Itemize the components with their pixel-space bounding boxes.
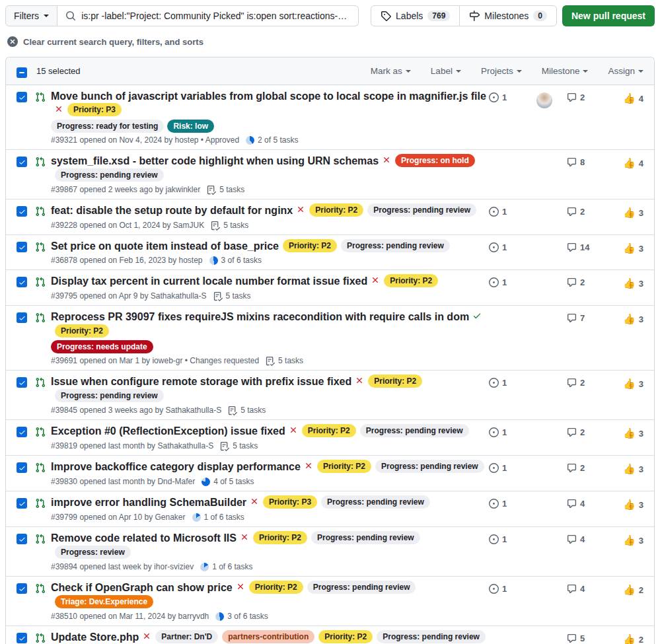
task-progress[interactable]: 5 tasks	[266, 356, 303, 366]
row-checkbox[interactable]	[17, 277, 27, 287]
comments-cell[interactable]: 7	[562, 310, 609, 323]
new-pull-request-button[interactable]: New pull request	[562, 5, 655, 26]
checks-failing-icon[interactable]	[296, 205, 305, 216]
row-checkbox[interactable]	[17, 462, 27, 473]
label-pill[interactable]: Progress: pending review	[321, 495, 430, 509]
label-pill[interactable]: Priority: P2	[55, 324, 109, 338]
linked-issues[interactable]: 1	[489, 495, 527, 509]
pr-title-link[interactable]: Reprocess PR 39097 fixes requireJS mixin…	[51, 311, 469, 322]
label-pill[interactable]: Risk: low	[167, 120, 214, 133]
label-pill[interactable]: Progress: pending review	[311, 531, 420, 544]
search-input[interactable]: is:pr -label:"Project: Community Picked"…	[57, 5, 359, 26]
label-pill[interactable]: Priority: P2	[249, 581, 303, 594]
assignee-avatar[interactable]	[536, 92, 552, 108]
linked-issues[interactable]: 1	[489, 203, 527, 217]
checks-failing-icon[interactable]	[304, 462, 313, 472]
linked-issues[interactable]: 1	[489, 89, 527, 102]
label-pill[interactable]: Progress: pending review	[55, 168, 164, 182]
label-pill[interactable]: Progress: pending review	[307, 581, 416, 594]
label-pill[interactable]: Progress: pending review	[360, 424, 469, 437]
row-checkbox[interactable]	[17, 206, 27, 217]
label-pill[interactable]: Priority: P2	[309, 203, 363, 217]
comments-cell[interactable]: 4	[562, 581, 609, 594]
row-checkbox[interactable]	[17, 377, 27, 388]
pr-title-link[interactable]: Set price on quote item instead of base_…	[51, 240, 279, 252]
label-pill[interactable]: Priority: P2	[318, 630, 373, 643]
linked-issues[interactable]: 1	[489, 531, 527, 544]
label-pill[interactable]: Progress: pending review	[367, 203, 476, 217]
label-pill[interactable]: Priority: P2	[253, 531, 307, 544]
label-pill[interactable]: Partner: Dn'D	[155, 630, 218, 643]
linked-issues[interactable]: 1	[489, 581, 527, 594]
linked-issues[interactable]: 1	[489, 460, 527, 473]
label-pill[interactable]: Progress: review	[55, 546, 131, 559]
label-pill[interactable]: Priority: P2	[317, 460, 371, 473]
checks-passing-icon[interactable]	[472, 312, 482, 322]
checks-failing-icon[interactable]	[236, 583, 245, 593]
label-pill[interactable]: Progress: pending review	[341, 239, 450, 252]
pr-title-link[interactable]: Update Store.php	[51, 631, 139, 643]
comments-cell[interactable]: 4	[562, 495, 609, 509]
task-progress[interactable]: 3 of 6 tasks	[215, 612, 268, 622]
linked-issues[interactable]: 1	[489, 424, 527, 437]
comments-cell[interactable]: 2	[562, 203, 609, 217]
select-all-checkbox[interactable]	[17, 67, 27, 78]
label-pill[interactable]: Triage: Dev.Experience	[55, 595, 153, 608]
label-pill[interactable]: Priority: P2	[302, 424, 356, 437]
milestones-button[interactable]: Milestones 0	[459, 6, 556, 26]
label-pill[interactable]: Priority: P2	[368, 375, 422, 388]
label-pill[interactable]: Priority: P2	[384, 274, 438, 287]
task-progress[interactable]: 1 of 6 tasks	[192, 513, 244, 522]
label-pill[interactable]: Priority: P2	[283, 239, 337, 252]
comments-cell[interactable]: 4	[562, 531, 609, 544]
checks-failing-icon[interactable]	[142, 632, 151, 643]
pr-title-link[interactable]: improve error handling SchemaBuilder	[51, 497, 246, 508]
comments-cell[interactable]: 2	[562, 274, 609, 287]
row-checkbox[interactable]	[17, 498, 27, 509]
task-progress[interactable]: 4 of 5 tasks	[202, 477, 254, 487]
clear-search-link[interactable]: Clear current search query, filters, and…	[7, 36, 655, 47]
comments-cell[interactable]: 8	[562, 154, 609, 167]
row-checkbox[interactable]	[17, 583, 27, 594]
linked-issues[interactable]: 1	[489, 274, 527, 287]
comments-cell[interactable]: 2	[562, 89, 609, 102]
task-progress[interactable]: 5 tasks	[220, 441, 258, 451]
filters-button[interactable]: Filters	[5, 5, 57, 26]
task-progress[interactable]: 3 of 6 tasks	[209, 256, 262, 266]
checks-failing-icon[interactable]	[240, 533, 249, 544]
pr-title-link[interactable]: system_file.xsd - better code highlight …	[51, 155, 379, 166]
comments-cell[interactable]: 5	[562, 630, 609, 643]
task-progress[interactable]: 1 of 6 tasks	[200, 562, 252, 572]
label-pill[interactable]: Progress: pending review	[55, 389, 164, 402]
row-checkbox[interactable]	[17, 312, 27, 323]
pr-title-link[interactable]: feat: disable the setup route by default…	[51, 205, 293, 216]
bulk-action-mark-as[interactable]: Mark as	[371, 66, 411, 76]
pr-title-link[interactable]: Issue when configure remote storage with…	[51, 376, 351, 387]
row-checkbox[interactable]	[17, 157, 27, 167]
pr-title-link[interactable]: Move bunch of javascript variables from …	[51, 90, 486, 102]
label-pill[interactable]: partners-contribution	[222, 630, 314, 643]
pr-title-link[interactable]: Remove code related to Microsoft IIS	[51, 532, 237, 544]
row-checkbox[interactable]	[17, 534, 27, 544]
row-checkbox[interactable]	[17, 92, 27, 102]
linked-issues[interactable]	[489, 310, 527, 313]
checks-failing-icon[interactable]	[371, 276, 380, 287]
row-checkbox[interactable]	[17, 242, 27, 252]
bulk-action-milestone[interactable]: Milestone	[542, 66, 589, 76]
comments-cell[interactable]: 2	[562, 424, 609, 437]
comments-cell[interactable]: 2	[562, 375, 609, 388]
bulk-action-projects[interactable]: Projects	[481, 66, 522, 76]
bulk-action-assign[interactable]: Assign	[608, 66, 643, 76]
task-progress[interactable]: 5 tasks	[211, 221, 248, 231]
label-pill[interactable]: Progress: ready for testing	[51, 120, 164, 133]
pr-title-link[interactable]: Exception #0 (ReflectionException) issue…	[51, 425, 285, 437]
task-progress[interactable]: 5 tasks	[228, 406, 266, 415]
linked-issues[interactable]	[489, 154, 527, 157]
pr-title-link[interactable]: Improve backoffice category display perf…	[51, 461, 301, 472]
checks-failing-icon[interactable]	[289, 426, 298, 437]
checks-failing-icon[interactable]	[250, 497, 259, 508]
linked-issues[interactable]	[489, 630, 527, 633]
labels-button[interactable]: Labels 769	[371, 6, 459, 26]
pr-title-link[interactable]: Check if OpenGraph can show price	[51, 582, 233, 593]
label-pill[interactable]: Progress: needs update	[51, 340, 153, 353]
